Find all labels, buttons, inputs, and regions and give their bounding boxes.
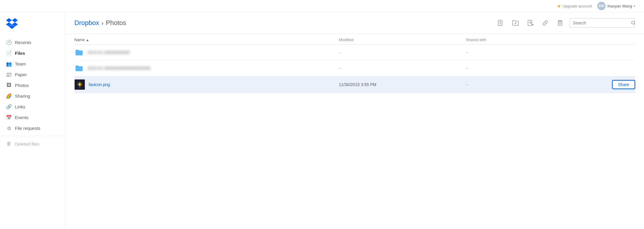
delete-button[interactable] — [555, 18, 565, 28]
sidebar: 🕐 Recents 📄 Files 👥 Team 📰 Paper 🖼 — [0, 12, 65, 229]
sharing-icon: 🌈 — [6, 93, 12, 99]
file-list-header: Name ▲ Modified Shared with — [74, 34, 635, 45]
logo-area — [0, 18, 65, 37]
chevron-down-icon: ▾ — [634, 4, 635, 8]
toolbar — [495, 18, 635, 28]
user-name-label: Xiaoyan Wang — [607, 4, 632, 8]
svg-rect-11 — [528, 20, 532, 26]
upload-button[interactable] — [525, 18, 536, 28]
svg-rect-15 — [558, 21, 562, 25]
svg-marker-0 — [6, 18, 12, 22]
sidebar-item-label-photos: Photos — [15, 83, 29, 88]
sidebar-item-paper[interactable]: 📰 Paper — [0, 69, 65, 80]
sidebar-item-label-paper: Paper — [15, 72, 27, 77]
file-name-link[interactable]: favicon.png — [89, 82, 110, 87]
blurred-folder-name-2: 2015-01-00000000000000000000 — [87, 66, 151, 71]
table-row[interactable]: 2015-01-00000000000 -- -- — [74, 45, 635, 60]
blurred-folder-name-1: 2015-01-00000000000 — [87, 50, 130, 55]
file-list-area: Name ▲ Modified Shared with — [65, 34, 644, 229]
recents-icon: 🕐 — [6, 39, 12, 45]
breadcrumb-separator: › — [101, 20, 104, 27]
modified-cell-1: -- — [339, 50, 466, 55]
star-icon: ★ — [557, 3, 561, 9]
main-area: 🕐 Recents 📄 Files 👥 Team 📰 Paper 🖼 — [0, 12, 644, 229]
sidebar-item-label-events: Events — [15, 115, 29, 120]
link-icon — [542, 20, 549, 26]
search-input[interactable] — [570, 18, 628, 27]
svg-marker-1 — [12, 18, 18, 22]
deleted-icon: 🗑 — [6, 141, 12, 147]
breadcrumb: Dropbox › Photos — [74, 19, 126, 27]
sidebar-item-recents[interactable]: 🕐 Recents — [0, 37, 65, 48]
new-file-icon — [497, 20, 504, 26]
sidebar-item-label-deleted: Deleted files — [15, 141, 40, 147]
table-row[interactable]: 2015-01-00000000000000000000 -- -- — [74, 60, 635, 76]
events-icon: 📅 — [6, 114, 12, 120]
new-folder-icon — [512, 20, 519, 26]
paper-icon: 📰 — [6, 71, 12, 77]
svg-point-31 — [79, 86, 80, 87]
sidebar-item-label-team: Team — [15, 61, 26, 66]
sidebar-item-label-links: Links — [15, 104, 25, 109]
modified-cell-2: -- — [339, 66, 466, 71]
search-icon — [631, 21, 635, 25]
column-modified-header: Modified — [339, 38, 466, 42]
top-bar: ★ Upgrade account XW Xiaoyan Wang ▾ — [0, 0, 644, 12]
user-menu[interactable]: XW Xiaoyan Wang ▾ — [597, 2, 635, 10]
photos-icon: 🖼 — [6, 82, 12, 88]
upgrade-account-button[interactable]: ★ Upgrade account — [557, 3, 592, 9]
delete-icon — [557, 20, 563, 26]
file-name-cell: 2015-01-00000000000000000000 — [74, 63, 339, 73]
search-box — [570, 18, 635, 28]
sidebar-item-label-file-requests: File requests — [15, 126, 40, 131]
file-requests-icon: ⊙ — [6, 125, 12, 131]
sidebar-item-sharing[interactable]: 🌈 Sharing — [0, 91, 65, 101]
folder-icon — [74, 48, 84, 57]
svg-point-30 — [79, 87, 81, 88]
sidebar-item-links[interactable]: 🔗 Links — [0, 101, 65, 112]
search-button[interactable] — [628, 18, 635, 27]
share-button[interactable]: Share — [612, 80, 635, 89]
svg-point-21 — [79, 83, 81, 85]
files-icon: 📄 — [6, 50, 12, 56]
upload-icon — [527, 20, 534, 26]
sort-arrow-icon: ▲ — [86, 38, 89, 42]
top-bar-right: ★ Upgrade account XW Xiaoyan Wang ▾ — [557, 2, 635, 10]
link-button[interactable] — [540, 18, 551, 28]
dropbox-logo — [6, 18, 18, 29]
new-folder-button[interactable] — [510, 18, 521, 28]
svg-line-19 — [634, 24, 635, 25]
file-thumbnail — [74, 79, 85, 90]
shared-cell-3: -- — [466, 82, 593, 87]
sidebar-item-label-files: Files — [15, 51, 25, 56]
modified-cell-3: 11/30/2015 3:55 PM — [339, 82, 466, 87]
shared-cell-2: -- — [466, 66, 593, 71]
new-file-button[interactable] — [495, 18, 506, 28]
avatar: XW — [597, 2, 606, 10]
column-name-header[interactable]: Name ▲ — [74, 38, 339, 42]
links-icon: 🔗 — [6, 104, 12, 110]
sidebar-item-deleted-files[interactable]: 🗑 Deleted files — [0, 138, 65, 149]
nav-divider — [0, 136, 65, 136]
sidebar-item-file-requests[interactable]: ⊙ File requests — [0, 123, 65, 133]
sidebar-item-team[interactable]: 👥 Team — [0, 58, 65, 69]
content-header: Dropbox › Photos — [65, 12, 644, 34]
sidebar-item-files[interactable]: 📄 Files — [0, 48, 65, 58]
sidebar-item-events[interactable]: 📅 Events — [0, 112, 65, 123]
column-shared-header: Shared with — [466, 38, 593, 42]
folder-icon — [74, 63, 84, 73]
action-cell-3[interactable]: Share — [593, 80, 635, 89]
file-name-cell: favicon.png — [74, 79, 339, 90]
content-area: Dropbox › Photos — [65, 12, 644, 229]
breadcrumb-home[interactable]: Dropbox — [74, 19, 99, 27]
breadcrumb-current: Photos — [106, 19, 126, 27]
sidebar-item-photos[interactable]: 🖼 Photos — [0, 80, 65, 91]
shared-cell-1: -- — [466, 50, 593, 55]
upgrade-account-label: Upgrade account — [562, 4, 592, 8]
table-row[interactable]: favicon.png 11/30/2015 3:55 PM -- Share — [74, 76, 635, 93]
app-wrapper: ★ Upgrade account XW Xiaoyan Wang ▾ — [0, 0, 644, 229]
sidebar-item-label-recents: Recents — [15, 40, 31, 45]
team-icon: 👥 — [6, 61, 12, 67]
favicon-svg — [75, 80, 84, 89]
sidebar-item-label-sharing: Sharing — [15, 94, 30, 99]
